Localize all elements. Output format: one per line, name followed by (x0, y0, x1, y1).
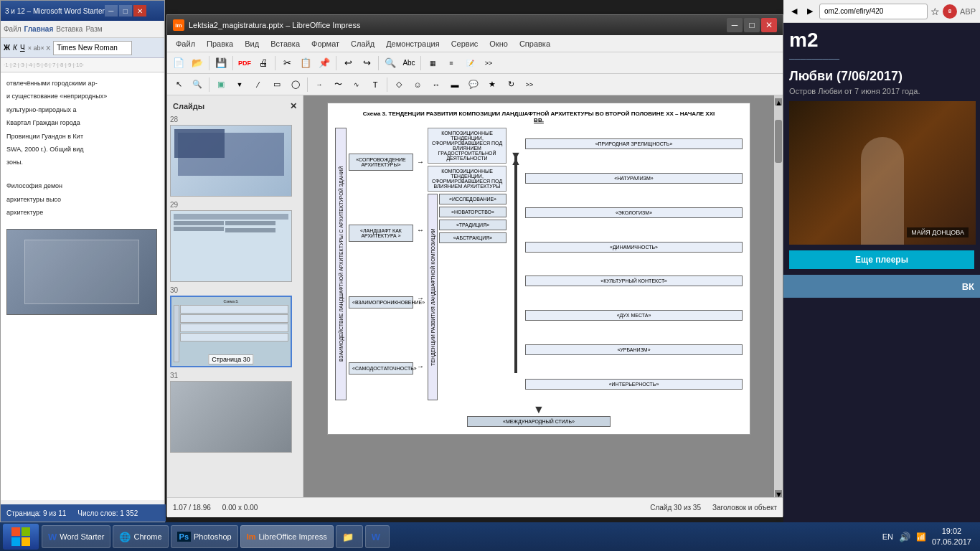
box-naturalizm[interactable]: «НАТУРАЛИЗМ» (525, 173, 743, 184)
menu-service[interactable]: Сервис (446, 38, 484, 50)
spell-btn[interactable]: Abc (400, 55, 418, 72)
vertical-scrollbar[interactable]: ▲ ▼ (774, 95, 783, 497)
line-btn[interactable]: ⁄ (250, 76, 267, 93)
curve-btn[interactable]: 〜 (329, 76, 347, 93)
taskbar-app-impress[interactable]: Im LibreOffice Impress (240, 525, 334, 548)
font-name-input[interactable] (53, 41, 132, 55)
taskbar-app-explorer[interactable]: 📁 (336, 525, 363, 548)
redo-btn[interactable]: ↪ (358, 55, 375, 72)
menu-view[interactable]: Вид (239, 38, 265, 50)
rect-btn[interactable]: ▭ (268, 76, 286, 93)
callout-btn[interactable]: 💬 (465, 76, 482, 93)
box-kulturny[interactable]: «КУЛЬТУРНЫЙ КОНТЕКСТ» (525, 276, 743, 286)
arrows-left-center: → ↔ → → (415, 128, 425, 400)
taskbar-app-word2[interactable]: W (365, 525, 390, 548)
scroll-down-btn[interactable]: ▼ (775, 490, 782, 497)
star-btn[interactable]: ★ (484, 76, 501, 93)
impress-minimize-btn[interactable]: ─ (727, 18, 743, 32)
browser-back-btn[interactable]: ◀ (788, 5, 801, 18)
freeform-btn[interactable]: ∿ (348, 76, 365, 93)
more2-btn[interactable]: >> (521, 76, 538, 93)
taskbar-app-chrome[interactable]: 🌐 Chrome (113, 525, 168, 548)
ellipse-btn[interactable]: ◯ (287, 76, 304, 93)
slide-thumb-28[interactable]: 28 (170, 116, 300, 197)
notes-btn[interactable]: 📝 (461, 55, 479, 72)
menu-demo[interactable]: Демонстрация (380, 38, 446, 50)
slide-thumb-30[interactable]: 30 Схема 3. (170, 286, 300, 367)
print-btn[interactable]: 🖨 (255, 55, 272, 72)
scroll-up-btn[interactable]: ▲ (775, 98, 782, 105)
menu-help[interactable]: Справка (514, 38, 556, 50)
save-btn[interactable]: 💾 (212, 55, 230, 72)
slide-view-btn[interactable]: ▦ (424, 55, 441, 72)
box-vzaimoproniknovenie[interactable]: «ВЗАИМОПРОНИКНОВЕНИЕ» (349, 296, 413, 309)
arrow-line-btn[interactable]: → (311, 76, 328, 93)
box-issledovanie[interactable]: «ИССЛЕДОВАНИЕ» (439, 194, 507, 204)
slide-thumb-29[interactable]: 29 (170, 201, 300, 282)
taskbar-app-word[interactable]: W Word Starter (42, 525, 110, 548)
fill-btn[interactable]: ▣ (212, 76, 230, 93)
cut-btn[interactable]: ✂ (278, 55, 296, 72)
box-novatorstvo[interactable]: «НОВАТОРСТВО» (439, 207, 507, 217)
fill-color-btn[interactable]: ▼ (231, 76, 248, 93)
word-close-btn[interactable]: ✕ (133, 5, 146, 17)
new-btn[interactable]: 📄 (170, 55, 187, 72)
menu-edit[interactable]: Правка (201, 38, 239, 50)
box-mezhdunarodny[interactable]: «МЕЖДУНАРОДНЫЙ СТИЛЬ» (467, 416, 611, 427)
url-bar[interactable] (819, 4, 928, 19)
copy-btn[interactable]: 📋 (297, 55, 314, 72)
find-btn[interactable]: 🔍 (382, 55, 399, 72)
slide-img-30[interactable]: Схема 3. Страница 30 (170, 296, 292, 367)
impress-close-btn[interactable]: ✕ (761, 18, 777, 32)
text-btn[interactable]: T (367, 76, 384, 93)
menu-file[interactable]: Файл (170, 38, 201, 50)
zoom-btn[interactable]: 🔍 (189, 76, 206, 93)
rotate-btn[interactable]: ↻ (502, 76, 519, 93)
smiley-btn[interactable]: ☺ (409, 76, 426, 93)
slide-img-31[interactable] (170, 381, 292, 453)
volume-icon[interactable]: 🔊 (899, 532, 910, 542)
word-minimize-btn[interactable]: ─ (105, 5, 118, 17)
scrollbar-thumb[interactable] (775, 120, 782, 163)
slide-thumb-31[interactable]: 31 (170, 372, 300, 453)
box-ekologizm[interactable]: «ЭКОЛОГИЗМ» (525, 207, 743, 218)
menu-slide[interactable]: Слайд (345, 38, 380, 50)
start-button[interactable] (3, 524, 39, 550)
box-prirodnaya[interactable]: «ПРИРОДНАЯ ЗРЕЛИЩНОСТЬ» (525, 138, 743, 149)
slides-panel-close[interactable]: ✕ (290, 101, 297, 111)
impress-toolbar1: 📄 📂 💾 PDF 🖨 ✂ 📋 📌 ↩ ↪ 🔍 Abc ▦ ≡ 📝 >> (167, 52, 783, 74)
flowchart-btn[interactable]: ▬ (446, 76, 463, 93)
pointer-btn[interactable]: ↖ (170, 76, 187, 93)
diamond-btn[interactable]: ◇ (390, 76, 407, 93)
box-duh-mesta[interactable]: «ДУХ МЕСТА» (525, 310, 743, 321)
outline-btn[interactable]: ≡ (443, 55, 460, 72)
box-tradiciya[interactable]: «ТРАДИЦИЯ» (439, 220, 507, 230)
box-abstrakcia[interactable]: «АБСТРАКЦИЯ» (439, 232, 507, 243)
slide-content-area[interactable]: Схема 3. ТЕНДЕНЦИИ РАЗВИТИЯ КОМПОЗИЦИИ Л… (303, 95, 774, 497)
slide-img-28[interactable] (170, 125, 292, 197)
bookmark-icon[interactable]: ☆ (930, 6, 940, 17)
box-urbanizm[interactable]: «УРБАНИЗМ» (525, 344, 743, 355)
paste-btn[interactable]: 📌 (316, 55, 333, 72)
browser-forward-btn[interactable]: ▶ (804, 5, 816, 18)
more-players-btn[interactable]: Еще плееры (789, 250, 974, 269)
menu-window[interactable]: Окно (484, 38, 514, 50)
impress-maximize-btn[interactable]: □ (744, 18, 760, 32)
vk-label[interactable]: ВК (962, 281, 974, 292)
box-landshaft[interactable]: «ЛАНДШАФТ КАК АРХИТЕКТУРА » (349, 225, 413, 242)
box-interyernost[interactable]: «ИНТЕРЬЕРНОСТЬ» (525, 379, 743, 390)
box-samodostatochnost[interactable]: «САМОДОСТАТОЧНОСТЬ» (349, 362, 413, 375)
open-btn[interactable]: 📂 (189, 55, 206, 72)
menu-insert[interactable]: Вставка (265, 38, 306, 50)
svg-rect-1 (22, 527, 30, 536)
taskbar-app-ps[interactable]: Ps Photoshop (171, 525, 238, 548)
more-btn[interactable]: >> (480, 55, 497, 72)
box-soprovozhdenie[interactable]: «СОПРОВОЖДЕНИЕ АРХИТЕКТУРЫ» (349, 154, 413, 171)
undo-btn[interactable]: ↩ (339, 55, 357, 72)
word-maximize-btn[interactable]: □ (119, 5, 132, 17)
slide-img-29[interactable] (170, 210, 292, 282)
pdf-btn[interactable]: PDF (236, 55, 253, 72)
menu-format[interactable]: Формат (306, 38, 345, 50)
box-dinamichnost[interactable]: «ДИНАМИЧНОСТЬ» (525, 242, 743, 253)
double-arrow-btn[interactable]: ↔ (428, 76, 445, 93)
